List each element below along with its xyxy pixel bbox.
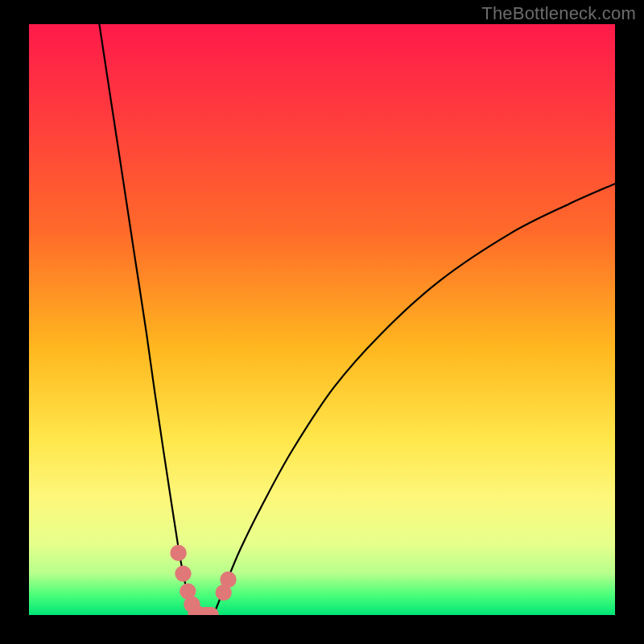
plot-area — [29, 24, 615, 615]
data-marker — [170, 545, 186, 561]
marker-cluster — [29, 24, 615, 615]
chart-frame: TheBottleneck.com — [0, 0, 644, 644]
data-marker — [220, 572, 236, 588]
data-marker — [175, 565, 191, 581]
watermark-text: TheBottleneck.com — [481, 3, 636, 24]
